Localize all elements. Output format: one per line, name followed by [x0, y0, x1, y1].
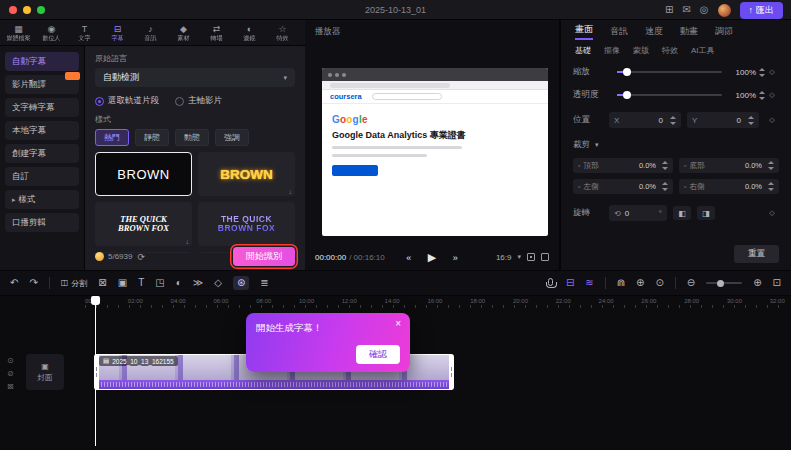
playhead[interactable] — [95, 296, 96, 446]
position-y-field[interactable]: Y0 — [687, 112, 759, 128]
tab-filter[interactable]: ◐濾鏡 — [233, 24, 266, 42]
undo-icon[interactable]: ↶ — [10, 278, 18, 288]
video-preview[interactable]: coursera Google Google Data Analytics 專業… — [322, 68, 548, 236]
audio-wave-icon[interactable]: ≋ — [585, 278, 593, 288]
subtitle-recognize-icon[interactable]: ⊛ — [233, 276, 249, 290]
sidebar-item-local-subtitle[interactable]: 本地字幕 — [5, 121, 79, 140]
close-icon[interactable]: × — [395, 319, 401, 329]
tab-effect[interactable]: ☆特效 — [266, 24, 299, 42]
tab-subtitle[interactable]: ⊟字幕 — [101, 24, 134, 42]
sidebar-item-auto-subtitle[interactable]: 自動字幕 — [5, 52, 79, 71]
tab-adjust[interactable]: 調節 — [715, 25, 733, 38]
feedback-icon[interactable]: ✉ — [682, 5, 690, 15]
keyframe-icon[interactable]: ◇ — [765, 91, 779, 99]
style-card-glow[interactable]: BROWN↓ — [198, 152, 295, 196]
cover-button[interactable]: ▣ 封面 — [26, 354, 64, 390]
previous-frame-button[interactable]: « — [406, 253, 411, 263]
position-x-stepper[interactable] — [670, 116, 676, 125]
play-button[interactable]: ▶ — [428, 251, 436, 263]
crop-right-stepper[interactable] — [768, 182, 774, 191]
start-recognition-button[interactable]: 開始識別 — [233, 247, 295, 266]
style-card-gradient[interactable]: THE QUICK BROWN FOX — [198, 202, 295, 246]
subtab-effect[interactable]: 特效 — [662, 45, 678, 56]
tab-speed[interactable]: 速度 — [645, 25, 663, 38]
flip-horizontal-button[interactable]: ◧ — [673, 206, 691, 220]
flip-vertical-button[interactable]: ◨ — [697, 206, 715, 220]
crop-right-field[interactable]: ▫右側0.0% — [679, 179, 779, 194]
next-frame-button[interactable]: » — [453, 253, 458, 263]
keyframe-icon[interactable]: ◇ — [765, 209, 779, 217]
tab-audio[interactable]: ♪音訊 — [134, 24, 167, 42]
timeline-zoom-slider[interactable] — [706, 282, 742, 284]
reset-button[interactable]: 重置 — [734, 245, 779, 263]
record-voiceover-icon[interactable] — [548, 278, 553, 286]
subtab-basic[interactable]: 基礎 — [575, 45, 591, 56]
scale-stepper[interactable] — [759, 68, 765, 77]
sidebar-item-custom[interactable]: 自訂 — [5, 167, 79, 186]
fit-screen-icon[interactable] — [527, 253, 535, 261]
style-card-italic[interactable]: THE QUICK BROWN FOX↓ — [95, 202, 192, 246]
clip-trim-handle-right[interactable] — [449, 354, 454, 390]
sidebar-item-style[interactable]: ▸樣式 — [5, 190, 79, 209]
crop-left-field[interactable]: ▫左側0.0% — [573, 179, 673, 194]
scale-slider[interactable] — [617, 71, 722, 73]
language-select[interactable]: 自動檢測 ▾ — [95, 68, 295, 87]
opacity-value[interactable]: 100% — [730, 91, 756, 100]
tab-picture[interactable]: 畫面 — [575, 23, 593, 40]
track-hide-icon[interactable]: ⊙ — [7, 356, 14, 365]
keyframe-tool-icon[interactable]: ◇ — [214, 278, 222, 288]
tab-text[interactable]: T文字 — [68, 24, 101, 42]
delete-icon[interactable]: ⊠ — [98, 278, 106, 288]
style-tab-hot[interactable]: 熱門 — [95, 129, 129, 146]
audio-separate-icon[interactable]: ≣ — [260, 278, 268, 288]
radio-selected-track[interactable]: 選取軌道片段 — [95, 95, 159, 107]
zoom-out-icon[interactable]: ⊖ — [687, 278, 695, 288]
text-tool-icon[interactable]: T — [138, 278, 144, 288]
sidebar-item-text-to-subtitle[interactable]: 文字轉字幕 — [5, 98, 79, 117]
sidebar-item-voiceover-edit[interactable]: 口播剪輯 — [5, 213, 79, 232]
sticker-tool-icon[interactable]: ◳ — [155, 278, 164, 288]
tab-transition[interactable]: ⇄轉場 — [200, 24, 233, 42]
tab-digital-human[interactable]: ◉數位人 — [35, 24, 68, 42]
caption-track-icon[interactable]: ⊟ — [566, 278, 574, 288]
style-tab-dynamic[interactable]: 動態 — [175, 129, 209, 146]
crop-bottom-stepper[interactable] — [768, 161, 774, 170]
crop-top-stepper[interactable] — [662, 161, 668, 170]
track-lock-icon[interactable]: ⊠ — [7, 382, 14, 391]
sidebar-item-create-subtitle[interactable]: 創建字幕 — [5, 144, 79, 163]
notice-icon[interactable]: ◎ — [700, 5, 709, 15]
aspect-ratio-select[interactable]: 16:9 — [496, 253, 512, 262]
style-tab-emphasis[interactable]: 強調 — [215, 129, 249, 146]
preview-axis-icon[interactable]: ⊙ — [655, 278, 663, 288]
subtab-cutout[interactable]: 摳像 — [604, 45, 620, 56]
style-card-plain[interactable]: BROWN — [95, 152, 192, 196]
track-mute-icon[interactable]: ⊘ — [7, 369, 14, 378]
adjust-icon[interactable]: ▣ — [118, 278, 127, 288]
crop-top-field[interactable]: ▫頂部0.0% — [573, 158, 673, 173]
style-tab-static[interactable]: 靜態 — [135, 129, 169, 146]
export-button[interactable]: ↑ 匯出 — [740, 2, 784, 19]
crop-section-header[interactable]: 裁剪 ▾ — [573, 139, 779, 151]
confirm-button[interactable]: 確認 — [356, 345, 400, 364]
link-icon[interactable]: ⊕ — [636, 278, 644, 288]
zoom-in-icon[interactable]: ⊕ — [753, 278, 761, 288]
speed-tool-icon[interactable]: ≫ — [193, 278, 203, 288]
fullscreen-icon[interactable] — [541, 253, 549, 261]
subtab-ai-tools[interactable]: AI工具 — [691, 45, 715, 56]
keyframe-icon[interactable]: ◇ — [765, 68, 779, 76]
redo-icon[interactable]: ↷ — [29, 278, 37, 288]
layout-icon[interactable]: ⊞ — [665, 5, 673, 15]
avatar[interactable] — [718, 4, 731, 17]
radio-main-track[interactable]: 主軸影片 — [175, 95, 222, 107]
keyframe-icon[interactable]: ◇ — [765, 116, 779, 124]
opacity-slider[interactable] — [617, 94, 722, 96]
sidebar-item-video-translate[interactable]: 影片翻譯 — [5, 75, 79, 94]
crop-bottom-field[interactable]: ▫底部0.0% — [679, 158, 779, 173]
position-x-field[interactable]: X0 — [609, 112, 681, 128]
scale-value[interactable]: 100% — [730, 68, 756, 77]
magnet-icon[interactable]: ⋒ — [617, 278, 625, 288]
fit-timeline-icon[interactable]: ⊡ — [773, 278, 781, 288]
opacity-stepper[interactable] — [759, 91, 765, 100]
tab-material[interactable]: ◆素材 — [167, 24, 200, 42]
rotate-field[interactable]: ⟲0° — [609, 205, 667, 221]
